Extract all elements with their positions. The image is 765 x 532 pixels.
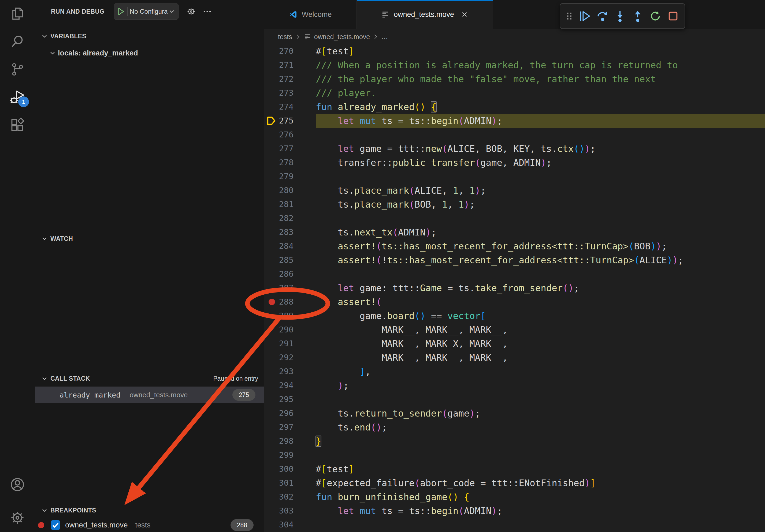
breakpoint-gutter[interactable]: 272	[264, 72, 316, 86]
breakpoint-gutter[interactable]: 288	[264, 295, 316, 309]
code-line-text[interactable]: #[test]	[316, 462, 765, 476]
breakpoint-gutter[interactable]: 276	[264, 128, 316, 142]
call-stack-section-header[interactable]: CALL STACK Paused on entry	[35, 371, 264, 386]
debug-restart-button[interactable]	[647, 8, 664, 24]
call-stack-frame-row[interactable]: already_marked owned_tests.move 275	[35, 387, 264, 403]
activity-run-and-debug-icon[interactable]: 1	[10, 90, 25, 105]
activity-explorer-icon[interactable]	[10, 6, 25, 21]
breakpoint-list-item[interactable]: owned_tests.move tests 288	[35, 518, 264, 532]
breakpoint-gutter[interactable]: 292	[264, 351, 316, 365]
breakpoint-gutter[interactable]: 294	[264, 379, 316, 393]
breadcrumb-tests[interactable]: tests	[278, 33, 292, 41]
tab-welcome[interactable]: Welcome	[264, 0, 357, 29]
debug-step-into-button[interactable]	[612, 8, 628, 24]
breakpoint-gutter[interactable]: 282	[264, 211, 316, 225]
breakpoint-gutter[interactable]: 297	[264, 420, 316, 434]
code-line-text[interactable]: ],	[316, 365, 765, 379]
debug-configuration-dropdown[interactable]: No Configura	[114, 3, 179, 20]
breakpoint-gutter[interactable]: 283	[264, 225, 316, 239]
start-debugging-icon[interactable]	[116, 7, 128, 16]
code-line-text[interactable]: fun already_marked() {	[316, 100, 765, 114]
code-line-text[interactable]: ts.place_mark(BOB, 1, 1);	[316, 197, 765, 211]
code-line-text[interactable]: );	[316, 379, 765, 393]
code-line-text[interactable]: ts.end();	[316, 420, 765, 434]
code-line-text[interactable]: game.board() == vector[	[316, 309, 765, 323]
breadcrumb-file[interactable]: owned_tests.move	[314, 33, 370, 41]
code-line-text[interactable]: ts.next_tx(ADMIN);	[316, 225, 765, 239]
code-line-text[interactable]: /// player.	[316, 86, 765, 100]
breakpoint-gutter[interactable]: 271	[264, 58, 316, 72]
code-line-text[interactable]	[316, 267, 765, 281]
code-line-text[interactable]: MARK__, MARK__, MARK__,	[316, 323, 765, 337]
breakpoint-gutter[interactable]: 289	[264, 309, 316, 323]
code-line-text[interactable]: #[expected_failure(abort_code = ttt::ENo…	[316, 476, 765, 490]
variables-section-header[interactable]: VARIABLES	[35, 30, 264, 43]
breakpoint-gutter[interactable]: 299	[264, 448, 316, 462]
breakpoint-gutter[interactable]: 285	[264, 253, 316, 267]
toolbar-drag-handle-icon[interactable]	[563, 8, 575, 24]
breakpoint-gutter[interactable]: 277	[264, 142, 316, 155]
code-line-text[interactable]: let game: ttt::Game = ts.take_from_sende…	[316, 281, 765, 295]
breakpoint-gutter[interactable]: 291	[264, 337, 316, 351]
code-line-text[interactable]: transfer::public_transfer(game, ADMIN);	[316, 155, 765, 169]
activity-extensions-icon[interactable]	[10, 117, 25, 133]
code-line-text[interactable]: let mut ts = ts::begin(ADMIN);	[316, 504, 765, 518]
debug-stop-button[interactable]	[665, 8, 681, 24]
breakpoint-gutter[interactable]: 279	[264, 169, 316, 183]
breakpoint-gutter[interactable]: 270	[264, 44, 316, 58]
code-line-text[interactable]	[316, 128, 765, 142]
code-line-text[interactable]: fun burn_unfinished_game() {	[316, 490, 765, 504]
code-line-text[interactable]: ts.place_mark(ALICE, 1, 1);	[316, 183, 765, 197]
breakpoint-gutter[interactable]: 273	[264, 86, 316, 100]
tab-owned-tests-move[interactable]: owned_tests.move	[357, 0, 493, 29]
code-line-text[interactable]	[316, 518, 765, 532]
code-line-text[interactable]: }	[316, 434, 765, 448]
code-line-text[interactable]	[316, 169, 765, 183]
debug-step-out-button[interactable]	[629, 8, 646, 24]
breakpoint-gutter[interactable]: 287	[264, 281, 316, 295]
breakpoint-gutter[interactable]: 274	[264, 100, 316, 114]
breakpoint-gutter[interactable]: 278	[264, 155, 316, 169]
breakpoints-section-header[interactable]: BREAKPOINTS	[35, 503, 264, 517]
breakpoint-gutter[interactable]: 302	[264, 490, 316, 504]
breakpoint-enabled-checkbox[interactable]	[51, 520, 60, 530]
views-more-actions-icon[interactable]	[203, 7, 212, 16]
close-tab-icon[interactable]	[460, 10, 468, 19]
breakpoint-gutter[interactable]: 298	[264, 434, 316, 448]
breakpoint-gutter[interactable]: 293	[264, 365, 316, 379]
breakpoint-gutter[interactable]: 275	[264, 114, 316, 128]
code-line-text[interactable]: assert!(	[316, 295, 765, 309]
code-line-text[interactable]	[316, 448, 765, 462]
code-line-text[interactable]	[316, 211, 765, 225]
code-line-text[interactable]: ts.return_to_sender(game);	[316, 406, 765, 420]
breakpoint-gutter[interactable]: 300	[264, 462, 316, 476]
code-line-text[interactable]: let game = ttt::new(ALICE, BOB, KEY, ts.…	[316, 142, 765, 155]
debug-continue-button[interactable]	[576, 8, 593, 24]
code-line-text[interactable]: let mut ts = ts::begin(ADMIN);	[316, 114, 765, 128]
breakpoint-gutter[interactable]: 304	[264, 518, 316, 532]
breakpoint-gutter[interactable]: 301	[264, 476, 316, 490]
code-line-text[interactable]: MARK__, MARK_X, MARK__,	[316, 337, 765, 351]
breakpoint-gutter[interactable]: 284	[264, 239, 316, 253]
code-line-text[interactable]: assert!(ts::has_most_recent_for_address<…	[316, 239, 765, 253]
activity-search-icon[interactable]	[10, 34, 25, 49]
activity-settings-gear-icon[interactable]	[10, 510, 25, 526]
watch-section-header[interactable]: WATCH	[35, 231, 264, 246]
breakpoint-gutter[interactable]: 295	[264, 393, 316, 406]
debug-step-over-button[interactable]	[594, 8, 611, 24]
activity-accounts-icon[interactable]	[10, 477, 25, 492]
activity-source-control-icon[interactable]	[10, 62, 25, 77]
code-line-text[interactable]: #[test]	[316, 44, 765, 58]
breakpoint-gutter[interactable]: 286	[264, 267, 316, 281]
code-line-text[interactable]: MARK__, MARK__, MARK__,	[316, 351, 765, 365]
code-line-text[interactable]	[316, 393, 765, 406]
code-line-text[interactable]: assert!(!ts::has_most_recent_for_address…	[316, 253, 765, 267]
code-line-text[interactable]: /// the player who made the "false" move…	[316, 72, 765, 86]
breakpoint-icon[interactable]	[269, 299, 275, 305]
breakpoint-gutter[interactable]: 303	[264, 504, 316, 518]
breadcrumb-symbol-ellipsis[interactable]: …	[381, 33, 388, 41]
breakpoint-gutter[interactable]: 296	[264, 406, 316, 420]
debug-settings-gear-icon[interactable]	[187, 7, 196, 16]
breakpoint-gutter[interactable]: 290	[264, 323, 316, 337]
breakpoint-gutter[interactable]: 280	[264, 183, 316, 197]
